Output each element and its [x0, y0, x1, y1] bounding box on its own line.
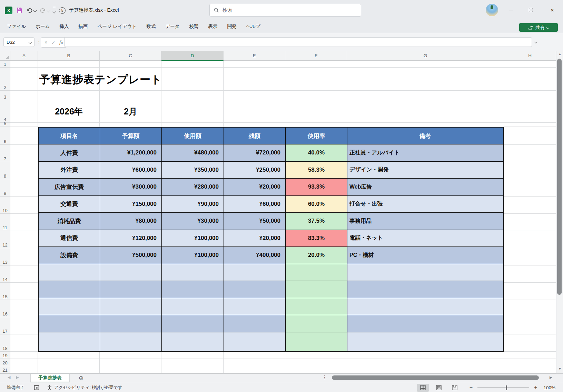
table-empty-cell[interactable] [162, 298, 224, 315]
column-header-D[interactable]: D [161, 51, 224, 61]
row-header-20[interactable]: 20 [0, 359, 10, 366]
insert-function-icon[interactable]: fx [59, 40, 63, 46]
year-cell[interactable]: 2026年 [38, 100, 100, 123]
column-header-A[interactable]: A [10, 51, 38, 61]
table-row-budget[interactable]: ¥300,000 [100, 179, 162, 196]
table-row-used[interactable]: ¥280,000 [162, 179, 224, 196]
minimize-button[interactable] [506, 5, 516, 15]
table-row-note[interactable]: 打合せ・出張 [347, 196, 503, 213]
table-empty-cell[interactable] [39, 281, 100, 298]
table-empty-cell[interactable] [224, 298, 286, 315]
month-cell[interactable]: 2月 [100, 100, 161, 123]
table-row-item[interactable]: 消耗品費 [39, 213, 100, 230]
ribbon-tab-4[interactable]: ページ レイアウト [92, 21, 141, 32]
table-empty-cell[interactable] [100, 264, 162, 281]
ribbon-tab-1[interactable]: ホーム [31, 21, 55, 32]
table-header-3[interactable]: 残額 [224, 128, 286, 144]
table-row-remaining[interactable]: ¥50,000 [224, 213, 286, 230]
user-avatar[interactable] [486, 4, 498, 16]
table-header-0[interactable]: 項目名 [39, 128, 100, 144]
table-empty-cell[interactable] [347, 281, 503, 298]
vertical-scroll-thumb[interactable] [557, 59, 562, 295]
table-empty-cell[interactable] [162, 315, 224, 332]
new-sheet-icon[interactable]: ⊕ [79, 374, 83, 382]
row-header-14[interactable]: 14 [0, 265, 10, 283]
excel-app-icon[interactable]: X [5, 7, 12, 14]
row-header-1[interactable]: 1 [0, 61, 10, 68]
prev-sheet-icon[interactable]: ◀ [8, 375, 10, 380]
formula-input[interactable] [64, 37, 532, 47]
row-header-2[interactable]: 2 [0, 68, 10, 91]
row-header-21[interactable]: 21 [0, 366, 10, 373]
close-button[interactable]: × [547, 5, 557, 15]
column-header-H[interactable]: H [504, 51, 556, 61]
table-empty-cell[interactable] [347, 315, 503, 332]
name-box[interactable]: D32 [3, 37, 34, 47]
table-row-rate[interactable]: 20.0% [286, 247, 347, 264]
ribbon-tab-2[interactable]: 挿入 [55, 21, 73, 32]
table-row-note[interactable]: 正社員・アルバイト [347, 144, 503, 162]
table-empty-cell[interactable] [100, 315, 162, 332]
table-empty-cell[interactable] [39, 315, 100, 332]
share-button[interactable]: 共有 [519, 23, 558, 32]
row-header-9[interactable]: 9 [0, 179, 10, 197]
row-header-15[interactable]: 15 [0, 283, 10, 300]
row-header-6[interactable]: 6 [0, 127, 10, 145]
accessibility-status[interactable]: アクセシビリティ: 検討が必要です [47, 385, 122, 391]
row-header-19[interactable]: 19 [0, 352, 10, 359]
column-header-F[interactable]: F [285, 51, 347, 61]
redo-button[interactable] [40, 7, 50, 14]
row-header-16[interactable]: 16 [0, 300, 10, 317]
table-empty-cell[interactable] [347, 264, 503, 281]
table-row-remaining[interactable]: ¥400,000 [224, 247, 286, 264]
sheet-tab-active[interactable]: 予算進捗表 [30, 374, 70, 382]
view-page-layout-button[interactable] [433, 384, 445, 392]
table-empty-cell[interactable] [286, 281, 347, 298]
table-empty-cell[interactable] [162, 264, 224, 281]
scroll-up-icon[interactable]: ▲ [556, 52, 563, 56]
table-empty-cell[interactable] [224, 264, 286, 281]
search-input[interactable]: 検索 [209, 4, 361, 17]
table-row-budget[interactable]: ¥500,000 [100, 247, 162, 264]
table-empty-cell[interactable] [286, 298, 347, 315]
row-header-11[interactable]: 11 [0, 214, 10, 231]
row-header-8[interactable]: 8 [0, 162, 10, 179]
tabbar-splitter[interactable]: ⋮ [322, 374, 327, 380]
ribbon-tab-8[interactable]: 表示 [204, 21, 223, 32]
table-row-note[interactable]: PC・機材 [347, 247, 503, 264]
row-header-5[interactable]: 5 [0, 123, 10, 127]
table-empty-cell[interactable] [162, 332, 224, 351]
cancel-entry-icon[interactable]: × [45, 40, 47, 45]
ribbon-tab-7[interactable]: 校閲 [185, 21, 204, 32]
zoom-in-button[interactable]: + [534, 384, 537, 391]
zoom-level[interactable]: 100% [543, 385, 555, 390]
table-empty-cell[interactable] [286, 315, 347, 332]
column-header-G[interactable]: G [347, 51, 504, 61]
name-box-dropdown-icon[interactable] [29, 40, 32, 44]
row-header-7[interactable]: 7 [0, 145, 10, 162]
view-page-break-button[interactable] [449, 384, 461, 392]
customize-qat-icon[interactable] [53, 7, 56, 14]
table-empty-cell[interactable] [100, 332, 162, 351]
row-header-3[interactable]: 3 [0, 91, 10, 100]
table-row-note[interactable]: デザイン・開発 [347, 162, 503, 179]
macro-record-icon[interactable] [34, 385, 39, 390]
zoom-slider[interactable] [477, 388, 529, 388]
table-row-note[interactable]: 事務用品 [347, 213, 503, 230]
table-empty-cell[interactable] [347, 332, 503, 351]
table-row-budget[interactable]: ¥150,000 [100, 196, 162, 213]
table-row-item[interactable]: 広告宣伝費 [39, 179, 100, 196]
table-row-budget[interactable]: ¥80,000 [100, 213, 162, 230]
table-row-remaining[interactable]: ¥20,000 [224, 179, 286, 196]
table-row-item[interactable]: 外注費 [39, 162, 100, 179]
row-header-12[interactable]: 12 [0, 231, 10, 248]
table-empty-cell[interactable] [39, 332, 100, 351]
table-row-remaining[interactable]: ¥720,000 [224, 144, 286, 162]
scroll-right-icon[interactable]: ▶ [550, 375, 552, 379]
table-row-budget[interactable]: ¥1,200,000 [100, 144, 162, 162]
table-empty-cell[interactable] [39, 264, 100, 281]
table-row-used[interactable]: ¥100,000 [162, 230, 224, 247]
column-header-B[interactable]: B [38, 51, 100, 61]
table-empty-cell[interactable] [100, 281, 162, 298]
table-empty-cell[interactable] [162, 281, 224, 298]
